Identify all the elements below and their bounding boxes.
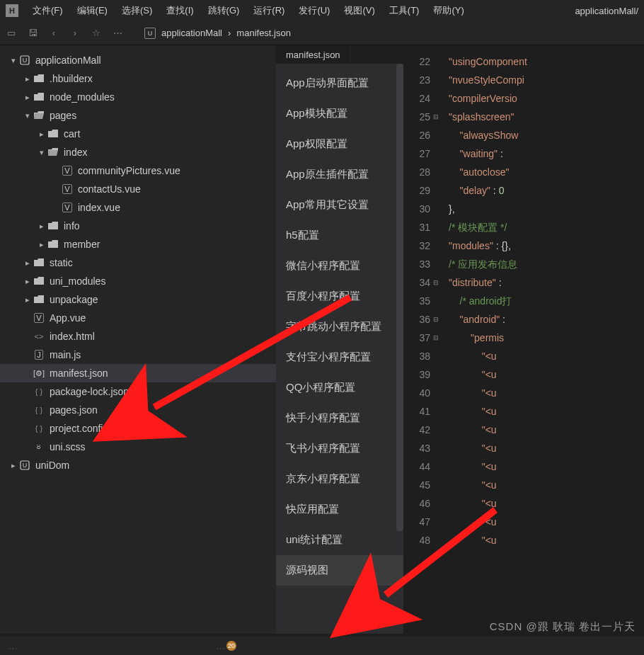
line-number: 36	[403, 310, 430, 329]
tree-item[interactable]: VApp.vue	[0, 309, 276, 327]
tree-item[interactable]: VcommunityPictures.vue	[0, 161, 276, 180]
menu-item[interactable]: 视图(V)	[337, 1, 381, 20]
config-item[interactable]: 百度小程序配置	[276, 281, 403, 312]
svg-text:U: U	[23, 462, 28, 469]
scrollbar[interactable]	[396, 64, 403, 531]
folder-icon	[33, 74, 45, 83]
tree-item[interactable]: ▸member	[0, 235, 276, 254]
code-line: },	[449, 200, 644, 218]
folder-icon	[33, 258, 45, 267]
config-item[interactable]: h5配置	[276, 220, 403, 251]
config-item[interactable]: 字节跳动小程序配置	[276, 312, 403, 342]
config-item[interactable]: 京东小程序配置	[276, 464, 403, 494]
chevron-right-icon[interactable]: ▸	[8, 461, 18, 470]
config-item[interactable]: App常用其它设置	[276, 190, 403, 220]
config-item[interactable]: 飞书小程序配置	[276, 433, 403, 464]
nav-forward-icon[interactable]: ›	[69, 28, 81, 39]
code-line: "autoclose"	[449, 163, 644, 181]
config-item[interactable]: App模块配置	[276, 98, 403, 129]
menu-item[interactable]: 编辑(E)	[70, 1, 115, 20]
tree-item[interactable]: { }pages.json	[0, 401, 276, 419]
code-line: "<u	[449, 421, 644, 439]
star-icon[interactable]: ☆	[91, 28, 102, 39]
vue-icon: V	[61, 184, 74, 194]
config-item[interactable]: uni统计配置	[276, 525, 403, 555]
tree-item[interactable]: ▸info	[0, 217, 276, 235]
chevron-right-icon[interactable]: ▸	[37, 130, 47, 139]
chevron-down-icon[interactable]: ▾	[23, 111, 33, 120]
line-number: 47	[403, 513, 430, 531]
chevron-right-icon[interactable]: ▸	[23, 277, 33, 286]
menu-item[interactable]: 发行(U)	[292, 1, 337, 20]
tree-item[interactable]: ▸static	[0, 254, 276, 272]
config-item[interactable]: 源码视图	[276, 555, 403, 586]
tree-item[interactable]: <>index.html	[0, 327, 276, 346]
line-number: 45	[403, 476, 430, 494]
nav-back-icon[interactable]: ‹	[48, 28, 59, 39]
config-item[interactable]: 支付宝小程序配置	[276, 342, 403, 372]
config-item[interactable]: App原生插件配置	[276, 159, 403, 190]
tree-item-label: cart	[64, 128, 80, 139]
menu-item[interactable]: 工具(T)	[382, 1, 427, 20]
tree-item[interactable]: ▸unpackage	[0, 290, 276, 309]
breadcrumb-part[interactable]: applicationMall	[161, 28, 222, 38]
menu-item[interactable]: 文件(F)	[25, 1, 70, 20]
chevron-down-icon[interactable]: ▾	[8, 56, 18, 65]
tree-item[interactable]: ▾UapplicationMall	[0, 51, 276, 69]
tree-item[interactable]: ▾pages	[0, 106, 276, 125]
menu-item[interactable]: 跳转(G)	[201, 1, 247, 20]
folder-icon	[33, 93, 45, 101]
breadcrumb-part[interactable]: manifest.json	[236, 28, 291, 38]
config-item[interactable]: 微信小程序配置	[276, 251, 403, 281]
chevron-down-icon[interactable]: ▾	[37, 148, 47, 157]
tree-item[interactable]: ఠuni.scss	[0, 438, 276, 456]
tree-item-label: manifest.json	[50, 368, 108, 379]
tree-item[interactable]: VcontactUs.vue	[0, 180, 276, 198]
chevron-right-icon[interactable]: ▸	[37, 222, 47, 231]
tree-item[interactable]: [⚙]manifest.json	[0, 364, 276, 382]
tree-item[interactable]: ▸node_modules	[0, 88, 276, 106]
tree-item[interactable]: ▸uni_modules	[0, 272, 276, 290]
config-item[interactable]: QQ小程序配置	[276, 372, 403, 403]
tree-item[interactable]: ▸UuniDom	[0, 456, 276, 474]
code-editor[interactable]: 2223242526272829303132333435363738394041…	[403, 45, 644, 634]
config-item[interactable]: App启动界面配置	[276, 68, 403, 98]
editor-tab[interactable]: manifest.json	[276, 45, 351, 64]
file-explorer[interactable]: ▾UapplicationMall▸.hbuilderx▸node_module…	[0, 45, 276, 634]
code-line: "<u	[449, 347, 644, 365]
chevron-right-icon[interactable]: ▸	[23, 93, 33, 102]
config-item[interactable]: App权限配置	[276, 129, 403, 159]
line-number: 38	[403, 347, 430, 365]
html-icon: <>	[33, 332, 45, 341]
save-icon[interactable]: 🖫	[27, 28, 38, 39]
tree-item[interactable]: Vindex.vue	[0, 198, 276, 217]
chevron-right-icon[interactable]: ▸	[23, 295, 33, 304]
menu-item[interactable]: 查找(I)	[159, 1, 200, 20]
code-area[interactable]: "usingComponent"nvueStyleCompi"compilerV…	[436, 45, 644, 634]
chevron-right-icon[interactable]: ▸	[23, 74, 33, 84]
line-number: 23	[403, 71, 430, 89]
menu-item[interactable]: 帮助(Y)	[426, 1, 471, 20]
code-line: "compilerVersio	[449, 89, 644, 108]
line-number: 37	[403, 329, 430, 347]
tree-item[interactable]: ▾index	[0, 143, 276, 161]
menu-item[interactable]: 选择(S)	[115, 1, 159, 20]
chevron-right-icon[interactable]: ▸	[37, 240, 47, 249]
chevron-right-icon[interactable]: ▸	[23, 258, 33, 268]
tree-item-label: node_modules	[50, 91, 115, 103]
line-number: 34	[403, 273, 430, 292]
tree-item[interactable]: ▸cart	[0, 125, 276, 143]
tree-item[interactable]: { }project.config.json	[0, 419, 276, 438]
more-icon[interactable]: ⋯	[112, 28, 123, 39]
toolbar-icon-1[interactable]: ▭	[6, 28, 17, 39]
code-line: /* 模块配置 */	[449, 218, 644, 237]
proj-icon: U	[18, 460, 31, 470]
config-item[interactable]: 快应用配置	[276, 494, 403, 525]
tree-item[interactable]: Jmain.js	[0, 346, 276, 364]
menu-item[interactable]: 运行(R)	[246, 1, 292, 20]
tree-item-label: project.config.json	[50, 423, 130, 434]
tree-item-label: applicationMall	[35, 55, 101, 66]
tree-item[interactable]: { }package-lock.json	[0, 382, 276, 401]
config-item[interactable]: 快手小程序配置	[276, 403, 403, 433]
tree-item[interactable]: ▸.hbuilderx	[0, 69, 276, 88]
